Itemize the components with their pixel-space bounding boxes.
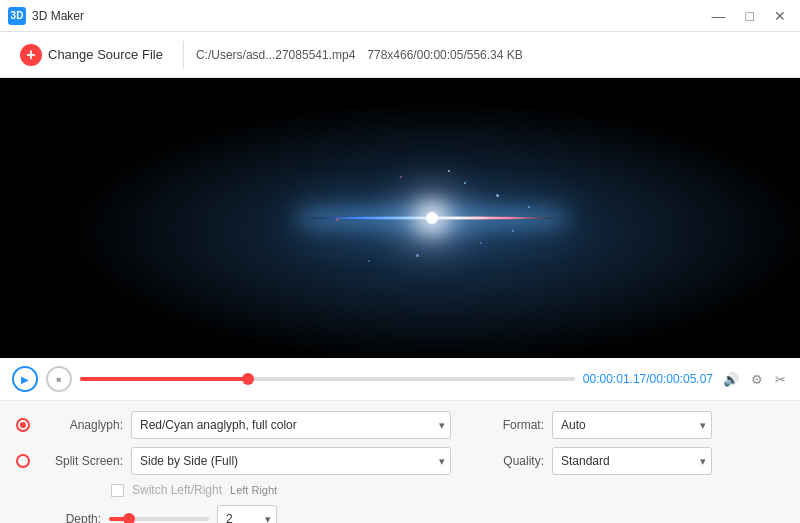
depth-label: Depth: <box>16 512 101 523</box>
anaglyph-select-wrapper: Red/Cyan anaglyph, full colorRed/Cyan an… <box>131 411 451 439</box>
video-preview <box>0 78 800 358</box>
format-select-wrapper: AutoMP4AVIMKV <box>552 411 712 439</box>
close-button[interactable]: ✕ <box>768 7 792 25</box>
stop-icon: ■ <box>57 375 62 384</box>
play-icon: ▶ <box>21 374 29 385</box>
switch-left-right-checkbox[interactable] <box>111 484 124 497</box>
particle <box>448 170 450 172</box>
particle <box>416 254 419 257</box>
quality-row: Quality: StandardHighLow <box>494 447 784 475</box>
title-bar-left: 3D 3D Maker <box>8 7 84 25</box>
particle <box>480 242 482 244</box>
progress-fill <box>80 377 248 381</box>
split-screen-label: Split Screen: <box>38 454 123 468</box>
toolbar-separator <box>183 41 184 69</box>
particle <box>512 230 514 232</box>
settings-columns: Anaglyph: Red/Cyan anaglyph, full colorR… <box>16 411 784 523</box>
file-path: C:/Users/asd...27085541.mp4 <box>196 48 355 62</box>
left-right-hint: Left Right <box>230 484 277 496</box>
particle <box>336 218 339 221</box>
playback-icons: 🔊 ⚙ ✂ <box>721 370 788 389</box>
maximize-button[interactable]: □ <box>740 7 760 25</box>
split-screen-select[interactable]: Side by Side (Full)Side by Side (Half)To… <box>131 447 451 475</box>
depth-thumb <box>123 513 135 523</box>
time-display: 00:00:01.17/00:00:05.07 <box>583 372 713 386</box>
plus-icon: + <box>20 44 42 66</box>
progress-bar[interactable] <box>80 377 575 381</box>
format-select[interactable]: AutoMP4AVIMKV <box>552 411 712 439</box>
settings-area: Anaglyph: Red/Cyan anaglyph, full colorR… <box>0 401 800 523</box>
switch-left-right-label: Switch Left/Right <box>132 483 222 497</box>
stop-button[interactable]: ■ <box>46 366 72 392</box>
switch-left-right-row: Switch Left/Right Left Right <box>111 483 494 497</box>
anaglyph-radio[interactable] <box>16 418 30 432</box>
settings-icon-button[interactable]: ⚙ <box>749 370 765 389</box>
anaglyph-row: Anaglyph: Red/Cyan anaglyph, full colorR… <box>16 411 494 439</box>
volume-button[interactable]: 🔊 <box>721 370 741 389</box>
anaglyph-label: Anaglyph: <box>38 418 123 432</box>
change-source-button[interactable]: + Change Source File <box>12 40 171 70</box>
settings-right-column: Format: AutoMP4AVIMKV Quality: StandardH… <box>494 411 784 523</box>
quality-select-wrapper: StandardHighLow <box>552 447 712 475</box>
title-bar: 3D 3D Maker — □ ✕ <box>0 0 800 32</box>
depth-fill <box>109 517 129 521</box>
depth-select-wrapper: 12345 <box>217 505 277 523</box>
playback-bar: ▶ ■ 00:00:01.17/00:00:05.07 🔊 ⚙ ✂ <box>0 358 800 401</box>
quality-label: Quality: <box>494 454 544 468</box>
window-controls: — □ ✕ <box>706 7 792 25</box>
settings-left-column: Anaglyph: Red/Cyan anaglyph, full colorR… <box>16 411 494 523</box>
cut-button[interactable]: ✂ <box>773 370 788 389</box>
file-info: 778x466/00:00:05/556.34 KB <box>367 48 522 62</box>
progress-thumb <box>242 373 254 385</box>
particle <box>368 260 370 262</box>
particle <box>400 176 402 178</box>
split-screen-radio[interactable] <box>16 454 30 468</box>
change-source-label: Change Source File <box>48 47 163 62</box>
particle <box>464 182 466 184</box>
depth-row: Depth: 12345 <box>16 505 494 523</box>
particle <box>528 206 530 208</box>
play-button[interactable]: ▶ <box>12 366 38 392</box>
minimize-button[interactable]: — <box>706 7 732 25</box>
split-screen-row: Split Screen: Side by Side (Full)Side by… <box>16 447 494 475</box>
anaglyph-select[interactable]: Red/Cyan anaglyph, full colorRed/Cyan an… <box>131 411 451 439</box>
quality-select[interactable]: StandardHighLow <box>552 447 712 475</box>
depth-slider[interactable] <box>109 517 209 521</box>
split-screen-select-wrapper: Side by Side (Full)Side by Side (Half)To… <box>131 447 451 475</box>
particle <box>496 194 499 197</box>
depth-select[interactable]: 12345 <box>217 505 277 523</box>
app-title: 3D Maker <box>32 9 84 23</box>
light-center <box>426 212 438 224</box>
format-row: Format: AutoMP4AVIMKV <box>494 411 784 439</box>
format-label: Format: <box>494 418 544 432</box>
app-icon: 3D <box>8 7 26 25</box>
light-effect <box>272 158 592 278</box>
toolbar: + Change Source File C:/Users/asd...2708… <box>0 32 800 78</box>
